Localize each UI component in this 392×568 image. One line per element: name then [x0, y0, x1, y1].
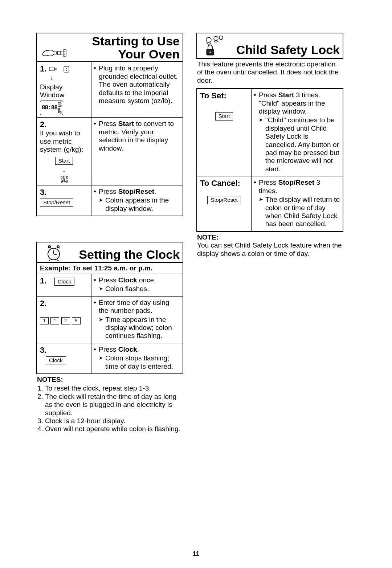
svg-rect-6	[49, 67, 54, 71]
arrow-down-icon: ↓	[50, 74, 88, 82]
clock-table: 1. Clock Press Clock once. Colon flashes…	[36, 274, 183, 374]
svg-point-11	[66, 70, 67, 71]
alarm-clock-icon	[37, 242, 70, 263]
clock-title: Setting the Clock	[70, 247, 183, 263]
display-window: 88:88ozlbgkg	[40, 101, 63, 115]
clock-row-3: 3. Clock Press Clock. Colon stops flashi…	[37, 343, 183, 373]
result-text: Colon flashes.	[99, 285, 180, 293]
step-number: 1.	[40, 64, 46, 73]
stop-reset-button: Stop/Reset	[207, 196, 241, 204]
result-text: Colon stops flashing; time of day is ent…	[99, 354, 180, 371]
display-window-label: Display Window	[40, 83, 88, 99]
arrow-down-icon: ↓	[40, 166, 88, 174]
clock-notes: NOTES: To reset the clock, repeat step 1…	[37, 376, 183, 433]
number-pad: 5	[72, 317, 81, 324]
left-column: Starting to Use Your Oven 1. ↓ Display W…	[36, 33, 183, 437]
notes-title: NOTES:	[37, 376, 63, 383]
svg-point-10	[66, 68, 67, 69]
clock-row-1: 1. Clock Press Clock once. Colon flashes…	[37, 274, 183, 297]
manual-page: Starting to Use Your Oven 1. ↓ Display W…	[0, 0, 392, 568]
result-text: Time appears in the display window; colo…	[99, 316, 180, 340]
lock-cancel-label: To Cancel:	[200, 179, 240, 188]
svg-rect-3	[63, 50, 66, 56]
plug-outlet-icon	[49, 66, 70, 73]
clock-row-2: 2. 1 1 2 5 Enter time of day using the n…	[37, 297, 183, 343]
svg-rect-0	[57, 51, 60, 55]
svg-point-5	[64, 54, 65, 54]
hand-plug-icon	[37, 40, 70, 62]
note-item: The clock will retain the time of day as…	[45, 393, 183, 417]
lock-intro: This feature prevents the electronic ope…	[197, 60, 343, 85]
step-number: 1.	[40, 276, 46, 285]
starting-row-2: 2. If you wish to use metric system (g/k…	[37, 118, 183, 185]
lock-table: To Set: Start Press Start 3 times. "Chil…	[196, 88, 343, 232]
instruction-text: Press Stop/Reset.	[94, 188, 180, 196]
starting-row-1: 1. ↓ Display Window 88:88ozlbgkg Plug in…	[37, 62, 183, 118]
step-number: 3.	[40, 188, 46, 197]
stop-reset-button: Stop/Reset	[40, 199, 73, 207]
starting-row-3: 3. Stop/Reset Press Stop/Reset. Colon ap…	[37, 185, 183, 216]
note-item: To reset the clock, repeat step 1-3.	[45, 384, 183, 392]
step-number: 2.	[40, 120, 46, 129]
svg-line-18	[57, 260, 59, 261]
instruction-text: Press Start to convert to metric. Verify…	[94, 120, 180, 152]
number-pad: 1	[50, 317, 59, 324]
instruction-text: Press Start 3 times. "Child" appears in …	[254, 91, 340, 115]
step-number: 2.	[40, 299, 46, 308]
clock-example: Example: To set 11:25 a.m. or p.m.	[36, 262, 183, 274]
svg-point-20	[214, 36, 218, 41]
child-lock-icon	[197, 33, 230, 58]
svg-point-19	[206, 37, 211, 42]
result-text: "Child" continues to be displayed until …	[259, 116, 340, 173]
note-item: Clock is a 12-hour display.	[45, 417, 183, 425]
lock-title: Child Safety Lock	[230, 42, 343, 58]
svg-point-4	[64, 52, 65, 52]
svg-line-17	[49, 260, 50, 261]
instruction-text: Press Clock.	[94, 346, 180, 354]
lock-row-set: To Set: Start Press Start 3 times. "Chil…	[197, 89, 343, 176]
step-left-text: If you wish to use metric system (g/kg):	[40, 129, 83, 153]
instruction-text: Press Stop/Reset 3 times.	[254, 179, 340, 195]
starting-table: 1. ↓ Display Window 88:88ozlbgkg Plug in…	[36, 61, 183, 216]
lock-header: Child Safety Lock	[196, 33, 343, 59]
right-column: Child Safety Lock This feature prevents …	[196, 33, 343, 437]
instruction-text: Plug into a properly grounded electrical…	[94, 64, 180, 105]
instruction-text: Press Clock once.	[94, 276, 180, 284]
lock-row-cancel: To Cancel: Stop/Reset Press Stop/Reset 3…	[197, 176, 343, 231]
note-title: NOTE:	[197, 233, 219, 241]
instruction-text: Enter time of day using the number pads.	[94, 299, 180, 315]
svg-point-21	[219, 36, 223, 40]
result-text: The display will return to colon or time…	[259, 196, 340, 228]
start-button: Start	[215, 112, 233, 120]
number-pad: 2	[61, 317, 70, 324]
page-number: 11	[0, 551, 392, 557]
clock-button: Clock	[46, 356, 66, 365]
start-button: Start	[55, 157, 73, 165]
step-number: 3.	[40, 346, 46, 355]
starting-header: Starting to Use Your Oven	[36, 33, 183, 62]
svg-line-14	[54, 254, 57, 255]
svg-rect-9	[64, 66, 69, 72]
clock-button: Clock	[54, 278, 75, 286]
result-text: Colon appears in the display window.	[99, 196, 180, 213]
note-text: You can set Child Safety Lock feature wh…	[197, 241, 342, 257]
lock-set-label: To Set:	[200, 91, 226, 100]
number-pad: 1	[40, 317, 49, 324]
starting-title: Starting to Use Your Oven	[70, 33, 183, 62]
lock-note: NOTE: You can set Child Safety Lock feat…	[197, 233, 343, 258]
note-item: Oven will not operate while colon is fla…	[45, 425, 183, 433]
clock-header: Setting the Clock	[36, 242, 183, 263]
svg-point-23	[209, 52, 211, 53]
